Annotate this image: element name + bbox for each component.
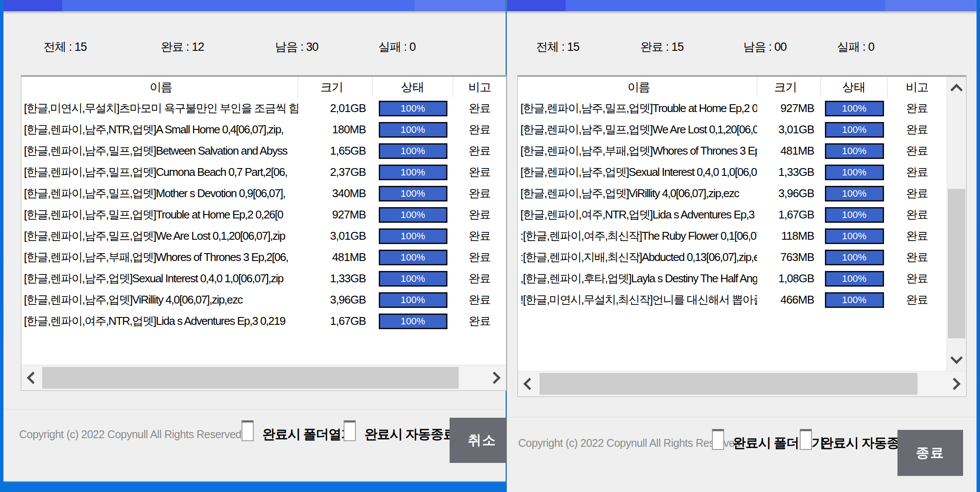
status-cell: 100%	[821, 292, 887, 308]
remark: 완료	[887, 186, 947, 201]
table-header: 이름 크기 상태 비고	[518, 77, 947, 98]
titlebar-segment-light	[885, 0, 977, 11]
table-row[interactable]: ![한글,미연시,무설치,최신작]언니를 대신해서 뽑아줄게요 그 466MB …	[518, 289, 947, 310]
stat-total: 전체 : 15	[536, 39, 640, 55]
table-row[interactable]: [한글,렌파이,남주,업뎃]ViRillity 4,0[06,07],zip,e…	[21, 289, 506, 310]
scroll-up-arrow[interactable]	[947, 77, 966, 99]
table-row[interactable]: [한글,렌파이,남주,밀프,업뎃]Trouble at Home Ep,2 0,…	[21, 204, 506, 225]
exit-button[interactable]: 종료	[897, 430, 963, 476]
scrollbar-thumb[interactable]	[948, 189, 965, 338]
table-row[interactable]: [한글,렌파이,남주,밀프,업뎃]Cumona Beach 0,7 Part,2…	[21, 162, 506, 183]
progress-bar: 100%	[825, 122, 884, 138]
download-table: 이름 크기 상태 비고 [한글,렌파이,남주,밀프,업뎃]Trouble at …	[517, 75, 967, 397]
desktop: { "colors": { "desktop_blue": "#0e6cd8",…	[0, 0, 980, 492]
remark: 완료	[453, 122, 506, 137]
horizontal-scrollbar[interactable]	[518, 371, 966, 396]
table-row[interactable]: [한글,렌파이,남주,업뎃]ViRillity 4,0[06,07],zip,e…	[518, 183, 947, 204]
titlebar-underline	[507, 11, 977, 13]
table-row[interactable]: [한글,렌파이,남주,밀프,업뎃]We Are Lost 0,1,20[06,0…	[21, 225, 506, 247]
table-row[interactable]: [한글,렌파이,남주,업뎃]Sexual Interest 0,4,0 1,0[…	[518, 162, 947, 183]
copyright-text: Copyright (c) 2022 Copynull All Rights R…	[19, 428, 241, 441]
progress-bar: 100%	[825, 143, 884, 159]
file-size: 927MB	[298, 208, 373, 221]
file-name: [한글,렌파이,남주,밀프,업뎃]We Are Lost 0,1,20[06,0…	[21, 228, 298, 244]
status-cell: 100%	[373, 207, 453, 223]
table-row[interactable]: [한글,렌파이,남주,밀프,업뎃]Between Salvation and A…	[21, 140, 506, 162]
horizontal-scrollbar[interactable]	[21, 365, 506, 390]
titlebar-segment-light	[414, 0, 506, 11]
table-body: [한글,미연시,무설치]츠마모미 욕구불만인 부인을 조금씩 함 2,01GB …	[21, 98, 506, 365]
status-cell: 100%	[821, 228, 887, 244]
status-cell: 100%	[373, 271, 453, 287]
table-row[interactable]: [한글,미연시,무설치]츠마모미 욕구불만인 부인을 조금씩 함 2,01GB …	[21, 98, 506, 119]
table-row[interactable]: [한글,렌파이,남주,밀프,업뎃]Trouble at Home Ep,2 0,…	[518, 98, 947, 119]
table-row[interactable]: [한글,렌파이,여주,NTR,업뎃]Lida s Adventures Ep,3…	[21, 310, 506, 332]
status-cell: 100%	[373, 186, 453, 201]
table-row[interactable]: [한글,렌파이,남주,밀프,업뎃]Mother s Devotion 0,9[0…	[21, 183, 506, 204]
file-size: 1,67GB	[757, 208, 821, 221]
header-remark: 비고	[887, 77, 947, 98]
remark: 완료	[453, 165, 506, 180]
scroll-left-arrow[interactable]	[518, 371, 539, 396]
scrollbar-thumb[interactable]	[42, 367, 459, 389]
table-row[interactable]: :[한글,렌파이,여주,최신작]The Ruby Flower 0,1[06,0…	[518, 225, 947, 247]
file-size: 927MB	[757, 102, 821, 115]
remark: 완료	[453, 207, 506, 222]
titlebar-segment-dark	[3, 0, 62, 11]
remark: 완료	[453, 143, 506, 158]
table-row[interactable]: [한글,렌파이,남주,업뎃]Sexual Interest 0,4,0 1,0[…	[21, 268, 506, 289]
scrollbar-track[interactable]	[947, 99, 966, 348]
file-size: 1,08GB	[757, 272, 821, 285]
stats-row: 전체 : 15 완료 : 15 남음 : 00 실패 : 0	[507, 39, 977, 55]
file-name: ![한글,미연시,무설치,최신작]언니를 대신해서 뽑아줄게요 그	[518, 292, 757, 307]
titlebar[interactable]	[3, 0, 506, 11]
progress-bar: 100%	[825, 250, 884, 265]
table-row[interactable]: [한글,렌파이,남주,부패,업뎃]Whores of Thrones 3 Ep,…	[21, 247, 506, 268]
scroll-right-arrow[interactable]	[485, 365, 506, 390]
scrollbar-track[interactable]	[539, 371, 945, 396]
scroll-down-arrow[interactable]	[947, 348, 966, 371]
scrollbar-thumb[interactable]	[540, 373, 917, 395]
file-size: 2,37GB	[298, 165, 373, 179]
file-name: :[한글,렌파이,여주,최신작]The Ruby Flower 0,1[06,0…	[518, 228, 757, 244]
status-cell: 100%	[373, 122, 453, 138]
file-name: [한글,렌파이,남주,밀프,업뎃]Trouble at Home Ep,2 0,…	[21, 207, 298, 222]
remark: 완료	[887, 122, 947, 137]
table-row[interactable]: ,[한글,렌파이,후타,업뎃]Layla s Destiny The Half …	[518, 268, 947, 289]
remark: 완료	[887, 207, 947, 222]
vertical-scrollbar[interactable]	[947, 77, 966, 371]
cancel-button[interactable]: 취소	[450, 418, 515, 463]
header-size: 크기	[757, 77, 821, 98]
file-name: [한글,렌파이,여주,NTR,업뎃]Lida s Adventures Ep,3…	[21, 314, 298, 329]
download-manager-window-right: 전체 : 15 완료 : 15 남음 : 00 실패 : 0 이름 크기 상태 …	[507, 0, 977, 492]
progress-bar: 100%	[825, 228, 884, 244]
scrollbar-track[interactable]	[42, 365, 485, 390]
table-row[interactable]: :[한글,렌파이,지배,최신작]Abducted 0,13[06,07],zip…	[518, 247, 947, 268]
download-table: 이름 크기 상태 비고 [한글,미연시,무설치]츠마모미 욕구불만인 부인을 조…	[21, 75, 507, 391]
stats-row: 전체 : 15 완료 : 12 남음 : 30 실패 : 0	[3, 39, 506, 55]
table-row[interactable]: [한글,렌파이,남주,NTR,업뎃]A Small Home 0,4[06,07…	[21, 119, 506, 140]
progress-bar: 100%	[825, 271, 884, 287]
auto-exit-checkbox[interactable]	[800, 429, 812, 450]
table-row[interactable]: [한글,렌파이,남주,부패,업뎃]Whores of Thrones 3 Ep,…	[518, 140, 947, 162]
status-cell: 100%	[821, 165, 887, 180]
table-row[interactable]: [한글,렌파이,여주,NTR,업뎃]Lida s Adventures Ep,3…	[518, 204, 947, 225]
status-cell: 100%	[821, 101, 887, 116]
status-cell: 100%	[373, 143, 453, 159]
remark: 완료	[453, 101, 506, 116]
header-name: 이름	[518, 77, 757, 98]
file-name: [한글,렌파이,남주,밀프,업뎃]We Are Lost 0,1,20[06,0…	[518, 122, 757, 137]
file-size: 3,01GB	[757, 123, 821, 136]
titlebar[interactable]	[507, 0, 977, 11]
open-folder-checkbox[interactable]	[242, 420, 254, 441]
progress-bar: 100%	[379, 314, 447, 329]
scroll-right-arrow[interactable]	[945, 371, 966, 396]
open-folder-checkbox[interactable]	[712, 429, 724, 450]
file-size: 3,96GB	[757, 187, 821, 200]
auto-exit-checkbox[interactable]	[344, 420, 356, 441]
remark: 완료	[453, 271, 506, 286]
scroll-left-arrow[interactable]	[21, 365, 42, 390]
file-size: 1,33GB	[757, 165, 821, 179]
file-name: [한글,렌파이,남주,밀프,업뎃]Trouble at Home Ep,2 0,…	[518, 101, 757, 116]
table-row[interactable]: [한글,렌파이,남주,밀프,업뎃]We Are Lost 0,1,20[06,0…	[518, 119, 947, 140]
